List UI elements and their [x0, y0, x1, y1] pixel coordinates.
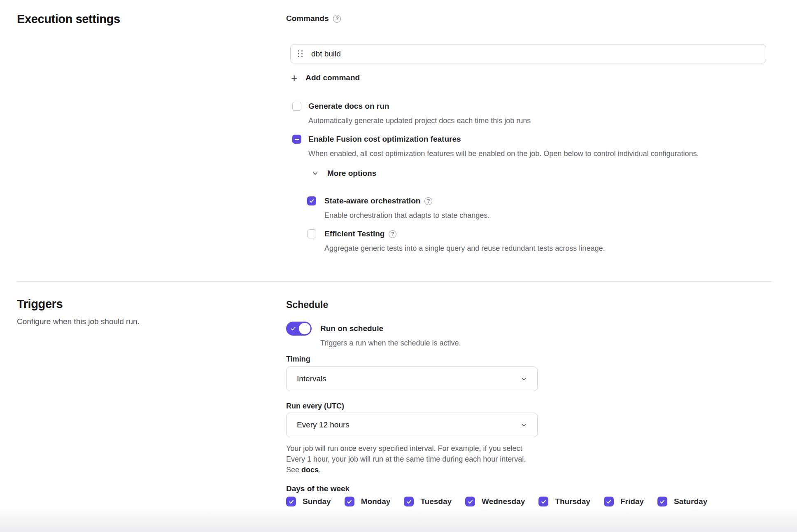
check-icon — [290, 325, 296, 332]
triggers-title: Triggers — [17, 297, 63, 311]
check-icon — [288, 499, 294, 505]
sunday-label: Sunday — [303, 497, 331, 506]
saturday-label: Saturday — [674, 497, 707, 506]
toggle-knob — [299, 323, 310, 334]
friday-label: Friday — [620, 497, 644, 506]
fusion-row: Enable Fusion cost optimization features — [292, 135, 461, 144]
run-every-label: Run every (UTC) — [286, 402, 344, 411]
generate-docs-checkbox[interactable] — [292, 102, 301, 111]
efficient-testing-help-icon[interactable]: ? — [389, 230, 396, 238]
day-item-sunday: Sunday — [286, 497, 331, 506]
execution-settings-title: Execution settings — [17, 12, 120, 26]
generate-docs-row: Generate docs on run — [292, 102, 389, 111]
more-options-label: More options — [327, 169, 376, 178]
bottom-fade-gradient — [0, 506, 797, 532]
generate-docs-description: Automatically generate updated project d… — [308, 115, 531, 126]
day-item-monday: Monday — [345, 497, 391, 506]
sunday-checkbox[interactable] — [286, 497, 296, 506]
state-aware-description: Enable orchestration that adapts to stat… — [324, 210, 489, 221]
run-on-schedule-description: Triggers a run when the schedule is acti… — [320, 338, 461, 348]
day-item-saturday: Saturday — [657, 497, 707, 506]
tuesday-label: Tuesday — [420, 497, 452, 506]
run-on-schedule-label: Run on schedule — [320, 324, 383, 333]
run-every-select[interactable]: Every 12 hours — [286, 413, 538, 437]
drag-handle-icon[interactable] — [298, 50, 303, 58]
thursday-checkbox[interactable] — [538, 497, 548, 506]
state-aware-checkbox[interactable] — [307, 196, 316, 205]
check-icon — [541, 499, 547, 505]
timing-select-value: Intervals — [297, 374, 326, 383]
wednesday-checkbox[interactable] — [465, 497, 475, 506]
check-icon — [606, 499, 612, 505]
day-item-friday: Friday — [604, 497, 644, 506]
docs-link[interactable]: docs — [301, 466, 319, 474]
check-icon — [467, 499, 473, 505]
check-icon — [406, 499, 412, 505]
indeterminate-dash-icon — [295, 139, 299, 140]
command-input-row — [290, 44, 766, 63]
day-item-wednesday: Wednesday — [465, 497, 525, 506]
fusion-label: Enable Fusion cost optimization features — [308, 135, 461, 144]
schedule-help-after: . — [319, 466, 321, 474]
plus-icon: + — [291, 74, 297, 82]
timing-select[interactable]: Intervals — [286, 366, 538, 391]
saturday-checkbox[interactable] — [657, 497, 667, 506]
state-aware-label: State-aware orchestration — [324, 196, 420, 205]
add-command-label: Add command — [305, 73, 360, 82]
efficient-testing-description: Aggregate generic tests into a single qu… — [324, 243, 605, 254]
more-options-toggle[interactable]: More options — [312, 169, 376, 178]
triggers-subtitle: Configure when this job should run. — [17, 317, 140, 326]
day-item-thursday: Thursday — [538, 497, 590, 506]
wednesday-label: Wednesday — [482, 497, 525, 506]
run-every-select-value: Every 12 hours — [297, 420, 350, 429]
chevron-down-icon — [312, 170, 318, 177]
check-icon — [346, 499, 352, 505]
chevron-down-icon — [521, 422, 527, 428]
generate-docs-label: Generate docs on run — [308, 102, 389, 111]
commands-label: Commands — [286, 14, 329, 23]
check-icon — [659, 499, 665, 505]
efficient-testing-label: Efficient Testing — [324, 229, 385, 238]
command-input[interactable] — [311, 49, 758, 58]
efficient-testing-checkbox[interactable] — [307, 229, 316, 238]
run-on-schedule-row: Run on schedule — [286, 322, 383, 336]
section-divider — [17, 281, 772, 282]
days-of-week-row: Sunday Monday Tuesday Wednesday Thursday… — [286, 497, 707, 506]
thursday-label: Thursday — [555, 497, 590, 506]
friday-checkbox[interactable] — [604, 497, 614, 506]
schedule-help-text: Your job will run once every specified i… — [286, 443, 533, 475]
check-icon — [309, 198, 315, 204]
day-item-tuesday: Tuesday — [404, 497, 452, 506]
schedule-help-before: Your job will run once every specified i… — [286, 444, 526, 474]
commands-help-icon[interactable]: ? — [333, 15, 341, 23]
monday-label: Monday — [361, 497, 391, 506]
efficient-testing-row: Efficient Testing ? — [307, 229, 396, 238]
monday-checkbox[interactable] — [345, 497, 354, 506]
timing-label: Timing — [286, 355, 310, 364]
state-aware-row: State-aware orchestration ? — [307, 196, 432, 205]
add-command-button[interactable]: + Add command — [291, 73, 360, 82]
fusion-checkbox[interactable] — [292, 135, 301, 144]
run-on-schedule-toggle[interactable] — [286, 322, 312, 336]
fusion-description: When enabled, all cost optimization feat… — [308, 148, 699, 159]
tuesday-checkbox[interactable] — [404, 497, 414, 506]
job-settings-page: Execution settings Commands ? + Add comm… — [0, 0, 797, 532]
schedule-title: Schedule — [286, 299, 328, 310]
days-of-week-label: Days of the week — [286, 484, 350, 493]
commands-field-header: Commands ? — [286, 14, 341, 23]
state-aware-help-icon[interactable]: ? — [424, 197, 432, 205]
chevron-down-icon — [521, 376, 527, 382]
